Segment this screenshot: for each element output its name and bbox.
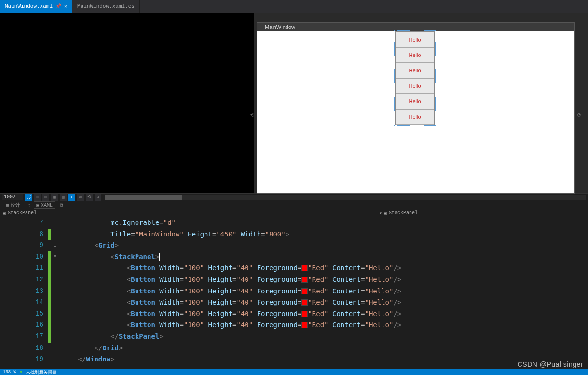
fold-toggle — [51, 263, 59, 274]
preview-button[interactable]: Hello — [396, 47, 434, 63]
fold-toggle — [51, 286, 59, 297]
preview-body: HelloHelloHelloHelloHelloHello ⟲ ⟳ — [257, 31, 574, 193]
left-arrow-icon[interactable]: ◂ — [95, 194, 101, 201]
color-swatch-icon — [301, 311, 308, 317]
grid2-icon[interactable]: ⊞ — [42, 194, 49, 201]
fold-toggle — [51, 308, 59, 320]
line-number: 19 — [0, 354, 43, 365]
tab-label: MainWindow.xaml.cs — [77, 3, 135, 9]
designer-scrollbar[interactable] — [105, 195, 586, 200]
code-line[interactable]: </StackPanel> — [59, 331, 588, 343]
line-number: 13 — [0, 286, 43, 297]
preview-titlebar: MainWindow — [257, 23, 574, 31]
tab-label: MainWindow.xaml — [5, 3, 53, 9]
line-number-gutter: 78910111213141516171819 — [0, 217, 48, 367]
fold-gutter: ⊟⊟ — [51, 217, 59, 367]
breadcrumb-right[interactable]: ▾ ▣ StackPanel — [379, 209, 418, 217]
color-swatch-icon — [301, 299, 308, 306]
code-line[interactable]: <StackPanel> — [59, 251, 588, 263]
breadcrumb-right-label: StackPanel — [389, 210, 418, 216]
code-line[interactable]: <Button Width="100" Height="40" Foregrou… — [59, 308, 588, 320]
line-number: 10 — [0, 251, 43, 263]
code-line[interactable]: </Grid> — [59, 343, 588, 354]
preview-button[interactable]: Hello — [396, 109, 434, 125]
fit-icon[interactable]: ⛶ — [25, 194, 32, 201]
close-icon[interactable]: ✕ — [64, 3, 67, 9]
status-zoom[interactable]: 168 % — [3, 370, 16, 375]
line-number: 12 — [0, 274, 43, 286]
line-number: 7 — [0, 217, 43, 229]
line-number: 14 — [0, 297, 43, 308]
designer-empty-area — [0, 13, 254, 193]
swap-panes-icon[interactable]: ↕ — [28, 203, 31, 208]
grid-icon[interactable]: ⊞ — [34, 194, 41, 201]
resize-handle-left[interactable]: ⟲ — [250, 112, 254, 116]
designer-surface: MainWindow HelloHelloHelloHelloHelloHell… — [0, 13, 588, 193]
fold-toggle[interactable]: ⊟ — [51, 240, 59, 251]
design-icon: ▦ — [6, 202, 9, 208]
designer-toolbar: 100% ⛶ ⊞ ⊞ ▦ ▥ ✦ ▭ ⟲ ◂ — [0, 193, 588, 201]
preview-button[interactable]: Hello — [396, 94, 434, 109]
status-message: 未找到相关问题 — [26, 369, 56, 375]
breadcrumb-left-label: StackPanel — [8, 210, 37, 216]
code-line[interactable]: <Grid> — [59, 240, 588, 251]
dropdown-icon: ▾ — [379, 210, 382, 216]
scroll-thumb[interactable] — [105, 195, 182, 200]
device-icon[interactable]: ▭ — [77, 194, 84, 201]
pane-tab-xaml-label: XAML — [41, 203, 53, 208]
watermark: CSDN @Pual singer — [518, 361, 583, 368]
designer-canvas[interactable]: MainWindow HelloHelloHelloHelloHelloHell… — [254, 13, 588, 193]
fold-toggle — [51, 217, 59, 229]
pane-tab-design[interactable]: ▦ 设计 — [4, 201, 22, 209]
fold-toggle — [51, 331, 59, 343]
fold-toggle — [51, 297, 59, 308]
color-swatch-icon — [301, 322, 308, 328]
preview-button[interactable]: Hello — [396, 78, 434, 94]
check-icon: ● — [20, 370, 22, 375]
pin-icon[interactable]: 📌 — [55, 3, 61, 9]
code-line[interactable]: <Button Width="100" Height="40" Foregrou… — [59, 297, 588, 308]
container-icon: ▣ — [384, 210, 387, 216]
code-area[interactable]: mc:Ignorable="d" Title="MainWindow" Heig… — [59, 217, 588, 367]
fold-toggle — [51, 229, 59, 240]
preview-window[interactable]: MainWindow HelloHelloHelloHelloHelloHell… — [257, 22, 575, 194]
indent-guide — [64, 217, 64, 367]
guides-icon[interactable]: ▥ — [60, 194, 67, 201]
code-line[interactable]: mc:Ignorable="d" — [59, 217, 588, 229]
pane-tab-design-label: 设计 — [11, 202, 20, 208]
xaml-editor[interactable]: 78910111213141516171819 ⊟⊟ mc:Ignorable=… — [0, 217, 588, 367]
code-line[interactable]: <Button Width="100" Height="40" Foregrou… — [59, 263, 588, 274]
fold-toggle[interactable]: ⊟ — [51, 251, 59, 263]
zoom-combo[interactable]: 100% — [2, 194, 23, 200]
tab-mainwindow-xaml-cs[interactable]: MainWindow.xaml.cs — [72, 0, 140, 13]
code-line[interactable]: Title="MainWindow" Height="450" Width="8… — [59, 229, 588, 240]
line-number: 8 — [0, 229, 43, 240]
line-number: 15 — [0, 308, 43, 320]
pane-tab-xaml[interactable]: ▣ XAML — [34, 201, 55, 209]
code-line[interactable]: <Button Width="100" Height="40" Foregrou… — [59, 286, 588, 297]
tab-mainwindow-xaml[interactable]: MainWindow.xaml 📌 ✕ — [0, 0, 72, 13]
breadcrumb-left[interactable]: ▣ StackPanel — [3, 209, 379, 217]
preview-button[interactable]: Hello — [396, 63, 434, 78]
breadcrumb-bar: ▣ StackPanel ▾ ▣ StackPanel — [0, 209, 588, 217]
fold-toggle — [51, 274, 59, 286]
rotate-icon[interactable]: ⟲ — [86, 194, 93, 201]
fold-toggle — [51, 343, 59, 354]
line-number: 17 — [0, 331, 43, 343]
line-number: 18 — [0, 343, 43, 354]
line-number: 16 — [0, 319, 43, 331]
color-swatch-icon — [301, 288, 308, 294]
preview-button[interactable]: Hello — [396, 32, 434, 47]
code-line[interactable]: <Button Width="100" Height="40" Foregrou… — [59, 274, 588, 286]
snap-icon[interactable]: ▦ — [51, 194, 58, 201]
code-line[interactable]: </Window> — [59, 354, 588, 365]
status-bar: 168 % ● 未找到相关问题 — [0, 369, 588, 375]
effects-icon[interactable]: ✦ — [68, 194, 75, 201]
code-line[interactable]: <Button Width="100" Height="40" Foregrou… — [59, 319, 588, 331]
fold-toggle — [51, 319, 59, 331]
color-swatch-icon — [301, 265, 308, 271]
preview-stackpanel[interactable]: HelloHelloHelloHelloHelloHello — [395, 31, 435, 125]
resize-handle-right[interactable]: ⟳ — [577, 112, 581, 116]
popout-icon[interactable]: ⧉ — [60, 203, 63, 208]
line-number: 11 — [0, 263, 43, 274]
